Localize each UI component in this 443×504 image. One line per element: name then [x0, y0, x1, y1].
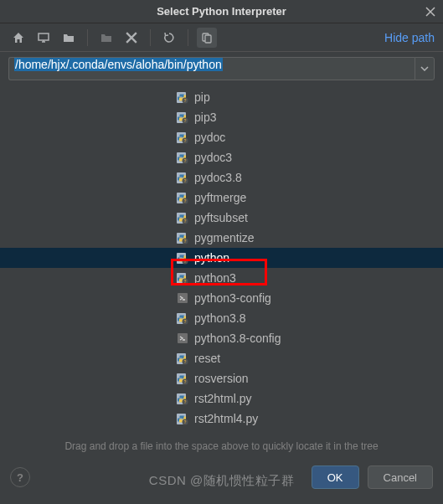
home-icon[interactable]: [8, 28, 28, 48]
tree-item[interactable]: ?python3: [0, 268, 443, 288]
python-file-icon: ?: [176, 392, 189, 405]
python-file-icon: ?: [176, 352, 189, 365]
tree-item[interactable]: python3.8-config: [0, 328, 443, 348]
tree-item-label: reset: [194, 352, 220, 365]
toolbar: Hide path: [0, 23, 443, 52]
tree-item-label: pip: [194, 90, 210, 104]
toolbar-divider: [150, 29, 151, 46]
python-file-icon: ?: [176, 151, 189, 164]
svg-text:?: ?: [183, 319, 186, 324]
python-file-icon: ?: [176, 311, 189, 325]
tree-item[interactable]: ?python: [0, 248, 443, 268]
svg-text:?: ?: [183, 158, 186, 163]
tree-item-label: pip3: [194, 111, 216, 124]
path-history-dropdown[interactable]: [415, 57, 435, 80]
path-row: /home/hjx/.conda/envs/aloha/bin/python: [0, 52, 443, 84]
python-file-icon: ?: [176, 271, 189, 285]
python-file-icon: ?: [176, 231, 189, 244]
tree-item[interactable]: ?rosversion: [0, 368, 443, 388]
python-file-icon: ?: [176, 111, 189, 124]
tree-item[interactable]: ?pip: [0, 87, 443, 107]
svg-text:?: ?: [183, 178, 186, 183]
svg-text:?: ?: [183, 219, 186, 224]
tree-item[interactable]: ?pydoc3: [0, 147, 443, 167]
svg-text:?: ?: [183, 279, 186, 284]
tree-item[interactable]: ?python3.8: [0, 308, 443, 328]
dialog-title: Select Python Interpreter: [157, 5, 286, 18]
svg-text:?: ?: [183, 138, 186, 143]
new-folder-icon: [96, 28, 116, 48]
tree-item[interactable]: ?pydoc: [0, 127, 443, 147]
tree-item[interactable]: ?pip3: [0, 107, 443, 127]
desktop-icon[interactable]: [33, 28, 54, 48]
svg-text:?: ?: [183, 98, 186, 103]
svg-text:?: ?: [183, 419, 186, 424]
python-file-icon: ?: [176, 191, 189, 204]
tree-item[interactable]: ?pyftmerge: [0, 188, 443, 208]
tree-item-label: pydoc3: [194, 151, 232, 164]
titlebar: Select Python Interpreter: [0, 0, 443, 23]
show-hidden-icon[interactable]: [197, 28, 217, 48]
dialog-footer: ? OK Cancel: [0, 459, 443, 499]
toolbar-divider: [188, 29, 188, 46]
svg-text:?: ?: [183, 118, 186, 123]
tree-item[interactable]: ?pyftsubset: [0, 208, 443, 228]
python-file-icon: ?: [176, 251, 189, 265]
svg-text:?: ?: [183, 399, 186, 404]
tree-item-label: python3.8: [194, 311, 246, 325]
python-file-icon: ?: [176, 171, 189, 184]
tree-item-label: pygmentize: [194, 231, 255, 244]
exec-file-icon: [176, 291, 189, 305]
tree-item-label: rst2html.py: [194, 392, 251, 405]
path-input[interactable]: /home/hjx/.conda/envs/aloha/bin/python: [8, 57, 415, 80]
file-tree[interactable]: ?pip?pip3?pydoc?pydoc3?pydoc3.8?pyftmerg…: [0, 84, 443, 434]
svg-rect-2: [205, 35, 211, 43]
svg-text:?: ?: [183, 379, 186, 384]
svg-text:?: ?: [183, 359, 186, 364]
help-button[interactable]: ?: [10, 467, 30, 487]
tree-item-label: pydoc: [194, 131, 225, 144]
tree-item[interactable]: python3-config: [0, 288, 443, 308]
tree-item-label: rosversion: [194, 372, 249, 385]
svg-rect-0: [39, 33, 49, 40]
toolbar-divider: [87, 29, 88, 46]
tree-item[interactable]: ?rst2html4.py: [0, 409, 443, 429]
svg-text:?: ?: [183, 259, 186, 264]
ok-button[interactable]: OK: [312, 465, 359, 489]
tree-item-label: pydoc3.8: [194, 171, 242, 184]
python-file-icon: ?: [176, 90, 189, 104]
tree-item-label: python3.8-config: [194, 332, 281, 345]
drag-drop-hint: Drag and drop a file into the space abov…: [0, 434, 443, 459]
tree-item[interactable]: ?pygmentize: [0, 228, 443, 248]
python-file-icon: ?: [176, 211, 189, 224]
tree-item[interactable]: ?reset: [0, 348, 443, 368]
path-input-text: /home/hjx/.conda/envs/aloha/bin/python: [14, 58, 223, 71]
refresh-icon[interactable]: [159, 28, 179, 48]
tree-item[interactable]: ?pydoc3.8: [0, 167, 443, 188]
tree-item-label: python: [194, 251, 229, 265]
svg-text:?: ?: [183, 239, 186, 244]
project-icon[interactable]: [59, 28, 79, 48]
tree-item-label: python3: [194, 271, 236, 285]
tree-item-label: rst2html4.py: [194, 412, 258, 425]
cancel-button[interactable]: Cancel: [368, 465, 433, 489]
python-file-icon: ?: [176, 412, 189, 425]
python-file-icon: ?: [176, 131, 189, 144]
exec-file-icon: [176, 332, 189, 345]
python-file-icon: ?: [176, 372, 189, 385]
close-button[interactable]: [423, 4, 438, 19]
tree-item-label: pyftsubset: [194, 211, 248, 224]
svg-text:?: ?: [183, 198, 186, 203]
hide-path-link[interactable]: Hide path: [384, 31, 435, 44]
tree-item[interactable]: ?rst2html.py: [0, 388, 443, 409]
delete-icon[interactable]: [121, 28, 142, 48]
tree-item-label: python3-config: [194, 291, 271, 305]
tree-item-label: pyftmerge: [194, 191, 246, 204]
